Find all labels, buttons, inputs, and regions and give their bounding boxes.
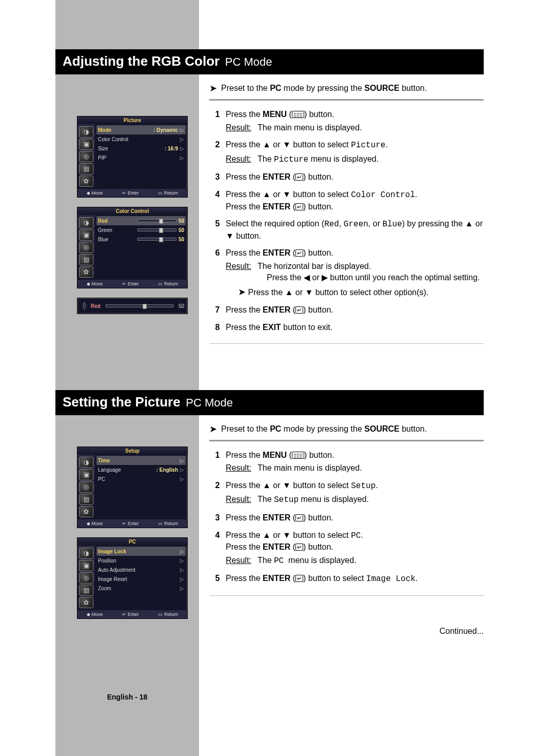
section1-preset: ➤ Preset to the PC mode by pressing the … bbox=[209, 83, 484, 94]
section2-header: Setting the Picture PC Mode bbox=[55, 390, 484, 415]
enter-icon: ↵ bbox=[295, 575, 303, 582]
arrow-right-icon: ➤ bbox=[209, 83, 217, 94]
enter-icon: ↵ bbox=[295, 173, 303, 181]
enter-icon: ↵ bbox=[295, 249, 303, 257]
section2-title-sub: PC Mode bbox=[186, 396, 233, 409]
arrow-right-icon: ➤ bbox=[209, 423, 217, 435]
enter-icon: ↵ bbox=[295, 544, 303, 551]
section2-preset: ➤ Preset to the PC mode by pressing the … bbox=[209, 423, 484, 435]
section2-steps: 1 Press the MENU (▯▯▯) button. Result: T… bbox=[209, 447, 484, 588]
section2-title-bold: Setting the Picture bbox=[63, 394, 181, 410]
divider bbox=[209, 99, 484, 101]
page-footer: English - 18 bbox=[55, 693, 199, 701]
enter-icon: ↵ bbox=[295, 514, 303, 521]
enter-icon: ↵ bbox=[295, 306, 303, 314]
continued-text: Continued... bbox=[209, 627, 484, 636]
section1-steps: 1 Press the MENU (▯▯▯) button. Result: T… bbox=[209, 106, 484, 336]
divider bbox=[209, 343, 484, 344]
section1-header: Adjusting the RGB Color PC Mode bbox=[55, 49, 484, 74]
enter-icon: ↵ bbox=[295, 203, 303, 210]
section1-title-sub: PC Mode bbox=[225, 55, 272, 68]
section1-title-bold: Adjusting the RGB Color bbox=[63, 53, 220, 69]
menu-icon: ▯▯▯ bbox=[292, 111, 304, 118]
menu-icon: ▯▯▯ bbox=[292, 452, 304, 459]
divider bbox=[209, 595, 484, 596]
arrow-right-icon: ➤ bbox=[238, 287, 246, 297]
divider bbox=[209, 440, 484, 441]
